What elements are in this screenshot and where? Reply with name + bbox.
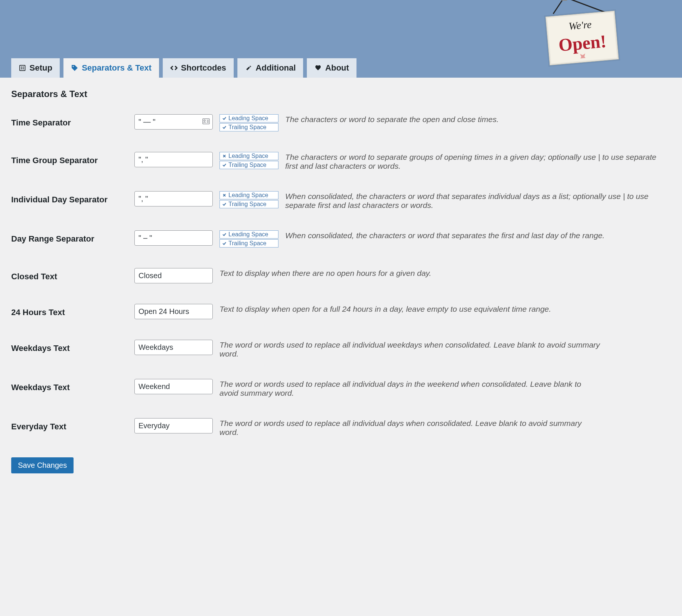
heart-icon [314, 64, 322, 72]
trailing-space-toggle[interactable]: Trailing Space [219, 200, 278, 208]
field-time-separator: Time Separator Leading Space Trailing Sp… [11, 114, 671, 131]
time-separator-input[interactable] [134, 114, 213, 130]
field-label: 24 Hours Text [11, 304, 134, 317]
field-day-range-separator: Day Range Separator Leading Space Traili… [11, 230, 671, 248]
help-text: The characters or word to separate group… [285, 152, 666, 171]
help-text: The word or words used to replace all in… [219, 379, 600, 398]
svg-rect-8 [21, 66, 22, 68]
code-icon [170, 64, 178, 72]
leading-space-toggle[interactable]: Leading Space [219, 191, 278, 199]
help-text: The word or words used to replace all in… [219, 418, 600, 437]
field-label: Weekdays Text [11, 379, 134, 392]
leading-space-toggle[interactable]: Leading Space [219, 230, 278, 239]
trailing-space-toggle[interactable]: Trailing Space [219, 239, 278, 248]
svg-rect-9 [23, 66, 24, 68]
weekdays-text-input[interactable] [134, 340, 213, 355]
svg-text:We're: We're [568, 19, 592, 32]
svg-point-12 [73, 66, 74, 67]
field-label: Day Range Separator [11, 230, 134, 244]
tag-icon [71, 64, 78, 72]
field-24-hours-text: 24 Hours Text Text to display when open … [11, 304, 671, 319]
tab-shortcodes[interactable]: Shortcodes [163, 58, 234, 78]
24-hours-text-input[interactable] [134, 304, 213, 319]
help-text: Text to display when open for a full 24 … [219, 304, 551, 314]
svg-text:Open!: Open! [558, 31, 607, 55]
field-weekdays-text: Weekdays Text The word or words used to … [11, 340, 671, 358]
tab-bar: Setup Separators & Text Shortcodes Addit… [11, 58, 356, 78]
field-closed-text: Closed Text Text to display when there a… [11, 268, 671, 283]
svg-rect-11 [23, 68, 24, 69]
field-label: Time Separator [11, 114, 134, 128]
tab-additional[interactable]: Additional [237, 58, 303, 78]
help-text: When consolidated, the characters or wor… [285, 230, 605, 240]
help-text: Text to display when there are no open h… [219, 268, 431, 278]
field-label: Individual Day Separator [11, 191, 134, 205]
contact-card-icon [202, 118, 210, 126]
time-group-separator-input[interactable] [134, 152, 213, 167]
field-individual-day-separator: Individual Day Separator Leading Space T… [11, 191, 671, 210]
page-title: Separators & Text [11, 89, 671, 99]
svg-rect-2 [561, 0, 567, 1]
svg-rect-10 [21, 68, 22, 69]
field-everyday-text: Everyday Text The word or words used to … [11, 418, 671, 437]
settings-icon [19, 64, 26, 72]
field-label: Time Group Separator [11, 152, 134, 165]
leading-space-toggle[interactable]: Leading Space [219, 114, 278, 122]
individual-day-separator-input[interactable] [134, 191, 213, 206]
svg-point-14 [204, 120, 205, 121]
weekend-text-input[interactable] [134, 379, 213, 394]
field-label: Closed Text [11, 268, 134, 281]
field-time-group-separator: Time Group Separator Leading Space Trail… [11, 152, 671, 171]
field-label: Weekdays Text [11, 340, 134, 353]
day-range-separator-input[interactable] [134, 230, 213, 246]
svg-rect-7 [20, 65, 25, 71]
trailing-space-toggle[interactable]: Trailing Space [219, 161, 278, 169]
field-weekend-text: Weekdays Text The word or words used to … [11, 379, 671, 398]
tab-about[interactable]: About [307, 58, 356, 78]
help-text: When consolidated, the characters or wor… [285, 191, 666, 210]
save-changes-button[interactable]: Save Changes [11, 457, 74, 473]
wrench-icon [245, 64, 252, 72]
trailing-space-toggle[interactable]: Trailing Space [219, 123, 278, 131]
field-label: Everyday Text [11, 418, 134, 432]
closed-text-input[interactable] [134, 268, 213, 283]
tab-setup[interactable]: Setup [11, 58, 60, 78]
tab-separators-text[interactable]: Separators & Text [63, 58, 159, 78]
help-text: The word or words used to replace all in… [219, 340, 600, 358]
svg-line-0 [553, 0, 564, 14]
leading-space-toggle[interactable]: Leading Space [219, 152, 278, 160]
everyday-text-input[interactable] [134, 418, 213, 433]
help-text: The characters or word to separate the o… [285, 114, 499, 124]
open-sign: We're Open! [535, 0, 624, 74]
